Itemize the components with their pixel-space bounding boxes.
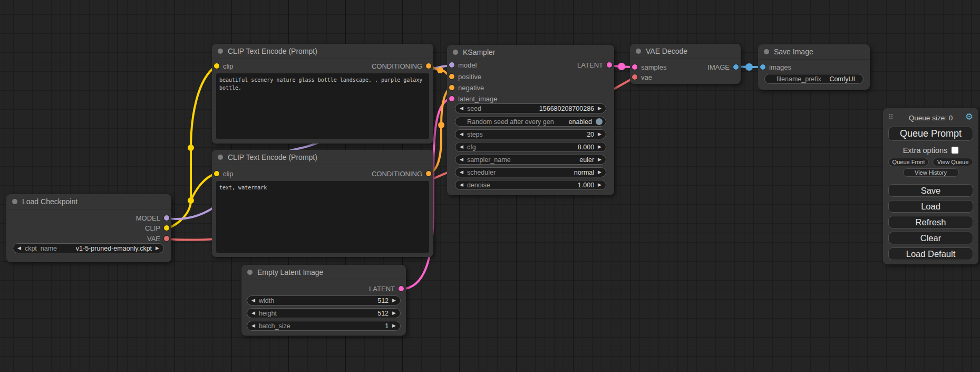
decrement-arrow-icon[interactable]: ◀ [460, 183, 463, 187]
node-header[interactable]: VAE Decode [630, 44, 741, 59]
input-port-samples[interactable]: samples [632, 62, 666, 72]
reroute-dot-clip-upper[interactable] [188, 145, 194, 151]
increment-arrow-icon[interactable]: ▶ [156, 246, 159, 251]
node-empty-latent-image[interactable]: Empty Latent Image LATENT ◀ width 512 ▶ … [241, 265, 406, 336]
collapse-dot-icon[interactable] [12, 199, 17, 204]
clear-button[interactable]: Clear [888, 232, 973, 244]
toggle-dot-icon[interactable] [596, 118, 603, 125]
refresh-button[interactable]: Refresh [888, 216, 973, 228]
prompt-text-area[interactable]: text, watermark [216, 181, 429, 253]
decrement-arrow-icon[interactable]: ◀ [251, 311, 255, 316]
decrement-arrow-icon[interactable]: ◀ [460, 157, 463, 162]
increment-arrow-icon[interactable]: ▶ [598, 132, 601, 137]
increment-arrow-icon[interactable]: ▶ [598, 157, 601, 162]
view-history-button[interactable]: View History [903, 168, 959, 177]
load-default-button[interactable]: Load Default [888, 247, 973, 260]
denoise-widget[interactable]: ◀ denoise 1.000 ▶ [455, 180, 606, 190]
output-port-image[interactable]: IMAGE [707, 62, 739, 72]
decrement-arrow-icon[interactable]: ◀ [251, 323, 255, 328]
height-widget[interactable]: ◀ height 512 ▶ [247, 308, 401, 318]
latent-port-icon[interactable] [399, 286, 404, 291]
node-header[interactable]: CLIP Text Encode (Prompt) [212, 44, 433, 59]
queue-front-button[interactable]: Queue Front [888, 158, 929, 166]
vae-port-icon[interactable] [632, 74, 637, 80]
node-header[interactable]: Empty Latent Image [241, 265, 406, 280]
random-seed-toggle-widget[interactable]: Random seed after every gen enabled [455, 117, 606, 127]
node-header[interactable]: KSampler [447, 45, 614, 60]
node-load-checkpoint[interactable]: Load Checkpoint MODEL CLIP VAE ◀ ckpt_na… [6, 194, 171, 262]
reroute-dot-positive[interactable] [437, 67, 443, 73]
clip-port-icon[interactable] [214, 171, 219, 176]
conditioning-port-icon[interactable] [449, 74, 454, 79]
decrement-arrow-icon[interactable]: ◀ [460, 106, 463, 111]
collapse-dot-icon[interactable] [636, 49, 641, 54]
collapse-dot-icon[interactable] [247, 270, 253, 275]
node-header[interactable]: Save Image [758, 44, 870, 60]
model-port-icon[interactable] [449, 62, 454, 68]
output-port-clip[interactable]: CLIP [145, 223, 169, 233]
node-vae-decode[interactable]: VAE Decode samples vae IMAGE [630, 44, 741, 84]
clip-port-icon[interactable] [164, 225, 169, 231]
width-widget[interactable]: ◀ width 512 ▶ [247, 295, 401, 306]
latent-port-icon[interactable] [632, 64, 637, 70]
latent-port-icon[interactable] [449, 96, 454, 101]
conditioning-port-icon[interactable] [426, 171, 431, 176]
conditioning-port-icon[interactable] [449, 85, 454, 90]
graph-canvas[interactable]: Load Checkpoint MODEL CLIP VAE ◀ ckpt_na… [0, 0, 980, 372]
node-clip-text-encode-negative[interactable]: CLIP Text Encode (Prompt) clip CONDITION… [212, 150, 433, 257]
steps-widget[interactable]: ◀ steps 20 ▶ [455, 129, 606, 139]
decrement-arrow-icon[interactable]: ◀ [460, 145, 463, 149]
vae-port-icon[interactable] [164, 236, 169, 241]
queue-panel[interactable]: ⠿ Queue size: 0 ⚙ Queue Prompt Extra opt… [883, 108, 978, 264]
conditioning-port-icon[interactable] [426, 63, 431, 69]
model-port-icon[interactable] [164, 215, 169, 221]
view-queue-button[interactable]: View Queue [933, 158, 973, 166]
clip-port-icon[interactable] [214, 63, 219, 69]
drag-handle-icon[interactable]: ⠿ [888, 113, 893, 121]
decrement-arrow-icon[interactable]: ◀ [460, 170, 463, 175]
input-port-clip[interactable]: clip [214, 169, 234, 178]
latent-port-icon[interactable] [607, 62, 612, 68]
sampler-name-widget[interactable]: ◀ sampler_name euler ▶ [455, 155, 606, 165]
decrement-arrow-icon[interactable]: ◀ [17, 246, 21, 251]
output-port-latent[interactable]: LATENT [369, 284, 404, 293]
cfg-widget[interactable]: ◀ cfg 8.000 ▶ [455, 142, 606, 152]
input-port-latent-image[interactable]: latent_image [449, 94, 497, 103]
output-port-conditioning[interactable]: CONDITIONING [372, 169, 431, 178]
input-port-images[interactable]: images [760, 62, 791, 72]
increment-arrow-icon[interactable]: ▶ [598, 145, 601, 149]
node-clip-text-encode-positive[interactable]: CLIP Text Encode (Prompt) clip CONDITION… [212, 44, 433, 144]
input-port-negative[interactable]: negative [449, 83, 484, 92]
input-port-clip[interactable]: clip [214, 61, 234, 71]
decrement-arrow-icon[interactable]: ◀ [251, 298, 255, 303]
settings-gear-icon[interactable]: ⚙ [965, 112, 973, 121]
reroute-dot-clip-lower[interactable] [188, 197, 194, 204]
node-save-image[interactable]: Save Image images filename_prefix ComfyU… [758, 44, 870, 90]
load-button[interactable]: Load [888, 200, 973, 213]
scheduler-widget[interactable]: ◀ scheduler normal ▶ [455, 167, 606, 177]
image-port-icon[interactable] [760, 64, 765, 70]
collapse-dot-icon[interactable] [218, 49, 223, 54]
collapse-dot-icon[interactable] [764, 49, 769, 54]
increment-arrow-icon[interactable]: ▶ [598, 170, 601, 175]
save-button[interactable]: Save [888, 184, 973, 197]
node-header[interactable]: CLIP Text Encode (Prompt) [212, 150, 433, 165]
decrement-arrow-icon[interactable]: ◀ [460, 132, 463, 137]
image-port-icon[interactable] [733, 64, 739, 70]
seed-widget[interactable]: ◀ seed 156680208700286 ▶ [455, 103, 606, 113]
filename-prefix-widget[interactable]: filename_prefix ComfyUI [764, 74, 863, 84]
output-port-latent[interactable]: LATENT [577, 60, 612, 70]
input-port-positive[interactable]: positive [449, 72, 481, 81]
increment-arrow-icon[interactable]: ▶ [392, 298, 396, 303]
node-ksampler[interactable]: KSampler model positive negative latent_… [447, 45, 614, 195]
queue-prompt-button[interactable]: Queue Prompt [888, 127, 973, 141]
reroute-dot-images[interactable] [745, 63, 753, 71]
prompt-text-area[interactable]: beautiful scenery nature glass bottle la… [216, 73, 429, 139]
increment-arrow-icon[interactable]: ▶ [598, 106, 601, 111]
increment-arrow-icon[interactable]: ▶ [598, 183, 601, 187]
output-port-vae[interactable]: VAE [147, 234, 169, 243]
increment-arrow-icon[interactable]: ▶ [392, 311, 396, 316]
node-header[interactable]: Load Checkpoint [6, 194, 171, 209]
input-port-model[interactable]: model [449, 60, 477, 70]
ckpt-name-widget[interactable]: ◀ ckpt_name v1-5-pruned-emaonly.ckpt ▶ [13, 243, 164, 253]
